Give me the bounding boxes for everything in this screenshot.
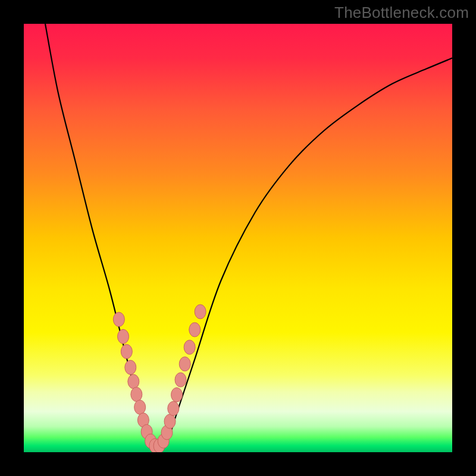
highlight-dot	[118, 330, 129, 344]
highlight-dot	[189, 322, 201, 337]
highlight-dot	[164, 414, 176, 428]
plot-area	[24, 24, 452, 452]
highlight-dot	[121, 345, 132, 359]
chart-frame: TheBottleneck.com	[0, 0, 476, 476]
highlight-dot	[125, 360, 136, 374]
gradient-background	[24, 24, 452, 452]
highlight-dot	[168, 402, 179, 416]
highlight-dot	[128, 374, 139, 389]
highlight-dot	[179, 357, 190, 371]
highlight-dot	[134, 400, 146, 414]
watermark-label: TheBottleneck.com	[334, 4, 469, 22]
highlight-dot	[184, 340, 195, 355]
highlight-dot	[113, 312, 124, 327]
highlight-dot	[131, 387, 142, 402]
highlight-dot	[175, 372, 186, 387]
highlight-dot	[171, 388, 183, 402]
bottleneck-chart	[24, 24, 452, 452]
highlight-dot	[195, 305, 206, 319]
